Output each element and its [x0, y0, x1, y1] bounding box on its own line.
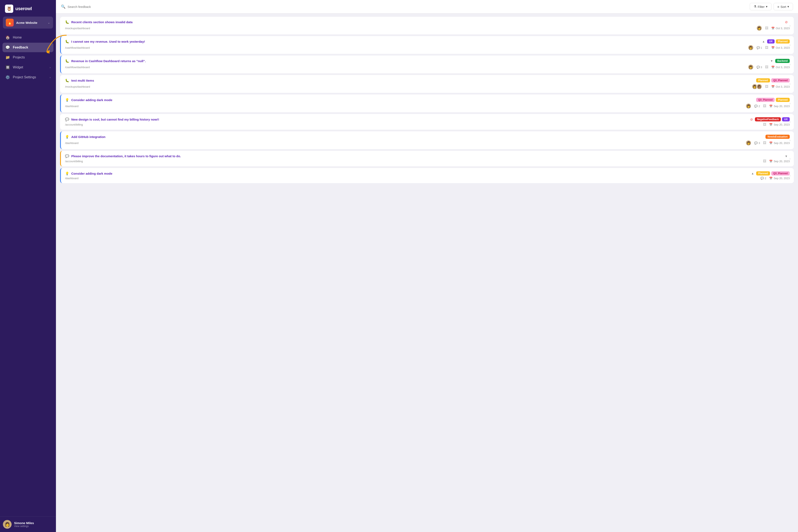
feedback-item-9[interactable]: 💡 Consider adding dark mode ▲ PlannedQ3_…: [60, 168, 794, 183]
feedback-nav-icon: 💬: [5, 45, 10, 50]
project-settings-nav-icon: ⚙️: [5, 75, 10, 79]
feedback-top-row: 💡 Add GitHub integration NeedsEvaluation: [65, 135, 790, 139]
expand-icon[interactable]: ▼: [770, 59, 773, 62]
feedback-item-5[interactable]: 💡 Consider adding dark mode Q3_PlannedPl…: [60, 94, 794, 112]
feedback-type-icon: 💬: [65, 117, 69, 121]
feedback-title[interactable]: Revenue in Cashflow Dashboard returns as…: [71, 59, 767, 63]
feedback-top-row: 🐛 Revenue in Cashflow Dashboard returns …: [65, 59, 790, 63]
workspace-selector[interactable]: 🔥 Acme Website ⌄: [3, 17, 53, 28]
feedback-bottom-row: /dashboard 👩 💬2 🖼 📅 Sep 20, 2023: [65, 103, 790, 109]
feedback-title[interactable]: New design is cool, but cannot find my b…: [71, 118, 747, 121]
row-chevron-icon[interactable]: ›: [790, 174, 791, 177]
feedback-meta: 💬2 📅 Sep 20, 2023: [758, 177, 790, 180]
avatar: 👩: [748, 45, 754, 51]
widget-chevron-icon: ›: [50, 66, 51, 69]
filter-button[interactable]: ⚗ Filter ▾: [750, 3, 771, 11]
sort-chevron-icon: ▾: [787, 5, 789, 8]
feedback-bottom-row: /account/billing 🖼 📅 Sep 20, 2023: [65, 159, 790, 163]
sidebar-item-project-settings[interactable]: ⚙️ Project Settings ›: [2, 73, 54, 82]
search-input[interactable]: [68, 5, 746, 8]
comment-count: 💬3: [757, 66, 762, 69]
feedback-top-row: 🐛 test multi items PlannedQ3_Planned: [65, 78, 790, 82]
feedback-meta: 👩 🖼 📅 Oct 3, 2023: [756, 25, 790, 31]
tag-row: Backend: [775, 59, 790, 63]
row-chevron-icon[interactable]: ›: [790, 24, 791, 27]
calendar-icon: 📅: [769, 123, 773, 126]
feedback-top-row: 💡 Consider adding dark mode Q3_PlannedPl…: [65, 98, 790, 102]
avatar: 👩: [746, 140, 752, 146]
feedback-meta: 🖼 📅 Sep 20, 2023: [760, 159, 790, 163]
avatar-group: 👩👩🏽: [752, 84, 762, 90]
tag-row: UXPlanned: [767, 39, 790, 43]
expand-icon[interactable]: ▲: [751, 172, 754, 175]
expand-icon[interactable]: ▲: [762, 40, 765, 43]
sidebar-item-projects[interactable]: 📁 Projects: [2, 53, 54, 62]
feedback-type-icon: 🐛: [65, 78, 69, 82]
tag-q3_planned: Q3_Planned: [771, 171, 790, 175]
feedback-type-icon: 💡: [65, 135, 69, 139]
feedback-item-2[interactable]: 🐛 I cannot see my revenue. Used to work …: [60, 36, 794, 54]
sidebar-item-home[interactable]: 🏠 Home: [2, 33, 54, 42]
image-icon: 🖼: [763, 159, 766, 163]
feedback-date: 📅 Oct 3, 2023: [771, 46, 790, 49]
feedback-bottom-row: /cashflow/dashboard 👩 💬1 🖼 📅 Oct 3, 2023: [65, 45, 790, 51]
feedback-title[interactable]: Please improve the documentation, it tak…: [71, 154, 781, 158]
feedback-item-7[interactable]: 💡 Add GitHub integration NeedsEvaluation…: [60, 131, 794, 149]
tag-ux: UX: [782, 117, 790, 121]
row-chevron-icon[interactable]: ›: [790, 62, 791, 66]
row-chevron-icon[interactable]: ›: [790, 101, 791, 105]
tag-needsevaluation: NeedsEvaluation: [765, 135, 790, 139]
feedback-title[interactable]: Add GitHub integration: [71, 135, 763, 138]
sort-button[interactable]: ≡ Sort ▾: [774, 3, 793, 11]
search-container: 🔍: [61, 4, 746, 9]
feedback-meta: 👩👩🏽 🖼 📅 Oct 3, 2023: [752, 84, 790, 90]
feedback-title[interactable]: Consider adding dark mode: [71, 98, 754, 102]
row-chevron-icon[interactable]: ›: [790, 157, 791, 160]
feedback-type-icon: 🐛: [65, 20, 69, 24]
row-chevron-icon[interactable]: ›: [790, 120, 791, 124]
feedback-title[interactable]: Consider adding dark mode: [71, 172, 748, 175]
user-profile[interactable]: 👩 Simone Miles View settings: [0, 516, 56, 532]
feedback-meta: 👩 💬1 🖼 📅 Oct 3, 2023: [748, 45, 790, 51]
feedback-title[interactable]: test multi items: [71, 79, 754, 82]
widget-nav-icon: 🔲: [5, 65, 10, 70]
feedback-item-6[interactable]: 💬 New design is cool, but cannot find my…: [60, 114, 794, 130]
calendar-icon: 📅: [771, 27, 775, 30]
user-avatar: 👩: [3, 520, 12, 529]
feedback-path: /dashboard: [65, 104, 742, 108]
expand-icon[interactable]: ▼: [785, 155, 787, 158]
tag-negativefeedback: NegativeFeedback: [755, 117, 781, 121]
row-chevron-icon[interactable]: ›: [790, 82, 791, 86]
feedback-path: /dashboard: [65, 141, 742, 145]
feedback-item-8[interactable]: 💬 Please improve the documentation, it t…: [60, 151, 794, 166]
feedback-path: /cashflow/dashboard: [65, 46, 744, 49]
comment-icon: 💬: [754, 141, 758, 145]
image-icon: 🖼: [763, 122, 766, 126]
tag-planned: Planned: [776, 98, 790, 102]
calendar-icon: 📅: [769, 177, 773, 180]
feedback-item-1[interactable]: 🐛 Recent clients section shows invalid d…: [60, 17, 794, 34]
feedback-meta: 🖼 📅 Sep 20, 2023: [760, 122, 790, 126]
workspace-avatar: 🔥: [6, 19, 14, 26]
sidebar-logo: 🦉 userowl: [0, 0, 56, 17]
feedback-date: 📅 Sep 20, 2023: [769, 141, 790, 145]
feedback-date: 📅 Oct 3, 2023: [771, 66, 790, 69]
feedback-item-4[interactable]: 🐛 test multi items PlannedQ3_Planned /mo…: [60, 75, 794, 93]
logo-icon: 🦉: [5, 4, 13, 13]
topbar-actions: ⚗ Filter ▾ ≡ Sort ▾: [750, 3, 793, 11]
feedback-title[interactable]: Recent clients section shows invalid dat…: [71, 20, 782, 24]
feedback-title[interactable]: I cannot see my revenue. Used to work ye…: [71, 40, 759, 43]
row-chevron-icon[interactable]: ›: [790, 43, 791, 47]
workspace-chevron-icon: ⌄: [48, 21, 50, 24]
comment-icon: 💬: [757, 46, 760, 49]
user-info: Simone Miles View settings: [14, 521, 34, 528]
feedback-meta: 👩 💬2 🖼 📅 Sep 20, 2023: [746, 103, 790, 109]
sidebar-item-widget[interactable]: 🔲 Widget ›: [2, 62, 54, 72]
sidebar-item-feedback[interactable]: 💬 Feedback: [2, 43, 54, 52]
feedback-item-3[interactable]: 🐛 Revenue in Cashflow Dashboard returns …: [60, 56, 794, 73]
image-icon: 🖼: [765, 85, 768, 89]
row-chevron-icon[interactable]: ›: [790, 138, 791, 142]
logo-text: userowl: [15, 6, 32, 12]
image-icon: 🖼: [763, 104, 766, 108]
tag-planned: Planned: [756, 78, 770, 82]
